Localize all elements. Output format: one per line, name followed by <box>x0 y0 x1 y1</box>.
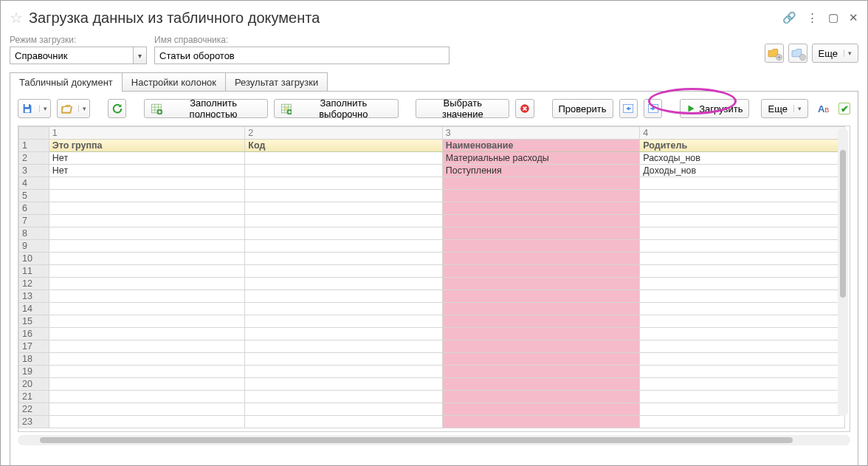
toggle-check-button[interactable]: ✔ <box>838 103 850 114</box>
empty-cell[interactable] <box>49 328 244 340</box>
next-cell-button[interactable] <box>619 99 638 118</box>
empty-cell[interactable] <box>640 353 845 366</box>
data-cell[interactable] <box>245 165 442 177</box>
close-icon[interactable]: ✕ <box>849 11 858 24</box>
empty-cell[interactable] <box>442 303 639 315</box>
empty-cell[interactable] <box>640 253 845 265</box>
empty-cell[interactable] <box>442 215 639 227</box>
toolbar-more-button[interactable]: Еще ▾ <box>761 99 807 118</box>
vertical-scrollbar[interactable] <box>838 128 848 417</box>
field-header-cell[interactable]: Это группа <box>49 140 244 152</box>
empty-cell[interactable] <box>49 290 244 303</box>
empty-cell[interactable] <box>442 265 639 278</box>
empty-cell[interactable] <box>49 202 244 215</box>
empty-cell[interactable] <box>245 240 442 253</box>
empty-cell[interactable] <box>49 416 244 428</box>
empty-cell[interactable] <box>49 265 244 278</box>
row-number[interactable]: 23 <box>19 416 49 428</box>
reference-name-input[interactable] <box>154 47 450 64</box>
empty-cell[interactable] <box>640 403 845 416</box>
scrollbar-thumb[interactable] <box>840 150 846 298</box>
choose-value-button[interactable]: Выбрать значение <box>416 99 509 118</box>
data-cell[interactable]: Нет <box>49 152 244 165</box>
empty-cell[interactable] <box>442 328 639 340</box>
row-number[interactable]: 14 <box>19 303 49 315</box>
favorite-star-icon[interactable]: ☆ <box>10 9 23 27</box>
empty-cell[interactable] <box>640 215 845 227</box>
empty-cell[interactable] <box>640 177 845 190</box>
empty-cell[interactable] <box>49 227 244 240</box>
row-number[interactable]: 17 <box>19 340 49 353</box>
tab-load-result[interactable]: Результат загрузки <box>225 72 328 92</box>
empty-cell[interactable] <box>49 340 244 353</box>
empty-cell[interactable] <box>49 215 244 227</box>
save-button[interactable]: ▾ <box>18 99 51 118</box>
empty-cell[interactable] <box>49 190 244 202</box>
col-header[interactable]: 2 <box>245 127 442 140</box>
fill-full-button[interactable]: Заполнить полностью <box>144 99 268 118</box>
empty-cell[interactable] <box>640 202 845 215</box>
clear-value-button[interactable] <box>515 99 534 118</box>
empty-cell[interactable] <box>49 403 244 416</box>
empty-cell[interactable] <box>245 353 442 366</box>
empty-cell[interactable] <box>245 202 442 215</box>
empty-cell[interactable] <box>49 366 244 378</box>
empty-cell[interactable] <box>245 416 442 428</box>
top-more-button[interactable]: Еще ▾ <box>812 44 858 63</box>
empty-cell[interactable] <box>245 227 442 240</box>
mode-select[interactable] <box>10 47 134 64</box>
empty-cell[interactable] <box>442 416 639 428</box>
row-number[interactable]: 7 <box>19 215 49 227</box>
empty-cell[interactable] <box>442 391 639 403</box>
empty-cell[interactable] <box>442 366 639 378</box>
empty-cell[interactable] <box>640 328 845 340</box>
empty-cell[interactable] <box>640 391 845 403</box>
empty-cell[interactable] <box>49 353 244 366</box>
empty-cell[interactable] <box>442 340 639 353</box>
empty-cell[interactable] <box>640 416 845 428</box>
empty-cell[interactable] <box>245 366 442 378</box>
empty-cell[interactable] <box>442 177 639 190</box>
col-header[interactable]: 1 <box>49 127 244 140</box>
row-number[interactable]: 21 <box>19 391 49 403</box>
tab-table-document[interactable]: Табличный документ <box>10 72 123 92</box>
empty-cell[interactable] <box>442 253 639 265</box>
empty-cell[interactable] <box>640 240 845 253</box>
horizontal-scrollbar[interactable] <box>18 435 850 445</box>
row-number[interactable]: 2 <box>19 152 49 165</box>
field-header-cell[interactable]: Наименование <box>442 140 639 152</box>
row-number[interactable]: 19 <box>19 366 49 378</box>
empty-cell[interactable] <box>245 315 442 328</box>
empty-cell[interactable] <box>49 391 244 403</box>
empty-cell[interactable] <box>640 315 845 328</box>
row-number[interactable]: 5 <box>19 190 49 202</box>
data-cell[interactable]: Нет <box>49 165 244 177</box>
empty-cell[interactable] <box>245 378 442 391</box>
col-header[interactable]: 4 <box>640 127 845 140</box>
settings-folder-button-2[interactable] <box>788 44 807 63</box>
empty-cell[interactable] <box>245 215 442 227</box>
empty-cell[interactable] <box>49 378 244 391</box>
empty-cell[interactable] <box>49 253 244 265</box>
settings-folder-button-1[interactable] <box>765 44 784 63</box>
row-number[interactable]: 12 <box>19 278 49 290</box>
row-number[interactable]: 22 <box>19 403 49 416</box>
empty-cell[interactable] <box>442 202 639 215</box>
row-number[interactable]: 20 <box>19 378 49 391</box>
empty-cell[interactable] <box>49 278 244 290</box>
empty-cell[interactable] <box>442 403 639 416</box>
empty-cell[interactable] <box>245 278 442 290</box>
row-number[interactable]: 3 <box>19 165 49 177</box>
empty-cell[interactable] <box>640 303 845 315</box>
spreadsheet-grid[interactable]: 1 2 3 4 1Это группаКодНаименованиеРодите… <box>18 126 850 432</box>
empty-cell[interactable] <box>442 190 639 202</box>
data-cell[interactable]: Поступления <box>442 165 639 177</box>
empty-cell[interactable] <box>640 190 845 202</box>
empty-cell[interactable] <box>640 227 845 240</box>
empty-cell[interactable] <box>245 290 442 303</box>
empty-cell[interactable] <box>640 340 845 353</box>
open-button[interactable]: ▾ <box>57 99 90 118</box>
empty-cell[interactable] <box>442 378 639 391</box>
field-header-cell[interactable]: Код <box>245 140 442 152</box>
scrollbar-thumb[interactable] <box>40 437 793 443</box>
